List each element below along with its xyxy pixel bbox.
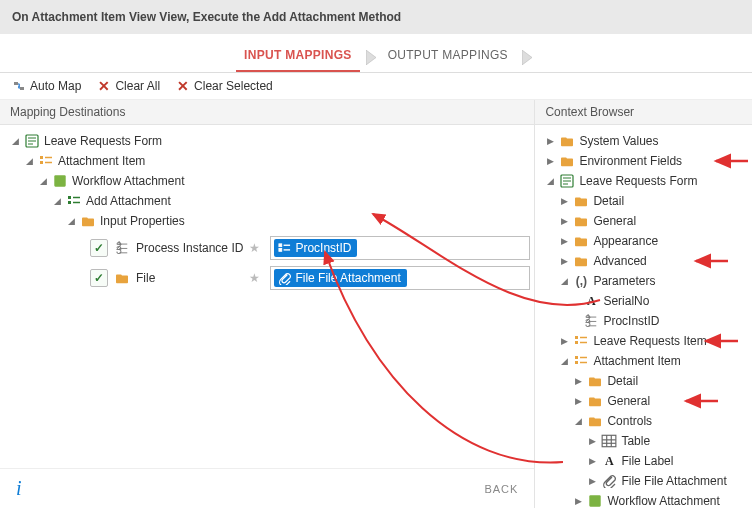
folder-icon (559, 153, 575, 169)
checkbox-file[interactable] (90, 269, 108, 287)
toolbar: Auto Map ✕Clear All ✕Clear Selected (0, 73, 752, 100)
view-icon (573, 333, 589, 349)
tree-node-controls[interactable]: ◢Controls (539, 411, 748, 431)
tree-node-attachment-item[interactable]: ◢Attachment Item (539, 351, 748, 371)
expand-icon[interactable]: ▶ (587, 456, 597, 466)
collapse-icon[interactable]: ◢ (38, 176, 48, 186)
smartobject-icon (52, 173, 68, 189)
automap-button[interactable]: Auto Map (12, 79, 81, 93)
folder-icon (114, 270, 130, 286)
x-icon: ✕ (176, 79, 190, 93)
tree-label: Attachment Item (593, 354, 680, 368)
number-icon (583, 313, 599, 329)
tree-node-workflow-attachment[interactable]: ◢Workflow Attachment (4, 171, 530, 191)
clear-all-button[interactable]: ✕Clear All (97, 79, 160, 93)
expand-icon[interactable]: ▶ (559, 216, 569, 226)
expand-icon[interactable]: ▶ (559, 256, 569, 266)
tree-node-file-label[interactable]: ▶AFile Label (539, 451, 748, 471)
clear-selected-button[interactable]: ✕Clear Selected (176, 79, 273, 93)
automap-icon (12, 79, 26, 93)
x-icon: ✕ (97, 79, 111, 93)
tree-node-environment-fields[interactable]: ▶Environment Fields (539, 151, 748, 171)
tree-node-appearance[interactable]: ▶Appearance (539, 231, 748, 251)
tree-node-detail[interactable]: ▶Detail (539, 191, 748, 211)
expand-icon[interactable]: ▶ (559, 196, 569, 206)
tree-label: Environment Fields (579, 154, 682, 168)
expand-icon[interactable]: ▶ (559, 236, 569, 246)
folder-icon (559, 133, 575, 149)
expand-icon[interactable]: ▶ (587, 476, 597, 486)
tree-label: Appearance (593, 234, 658, 248)
tree-label: General (593, 214, 636, 228)
tree-node-file-file-attachment[interactable]: ▶File File Attachment (539, 471, 748, 491)
input-process-instance-id[interactable]: ProcInstID (270, 236, 530, 260)
collapse-icon[interactable]: ◢ (559, 276, 569, 286)
tree-node-general-2[interactable]: ▶General (539, 391, 748, 411)
collapse-icon[interactable]: ◢ (66, 216, 76, 226)
tree-label: Table (621, 434, 650, 448)
expand-icon[interactable]: ▶ (573, 376, 583, 386)
tree-label: SerialNo (603, 294, 649, 308)
expand-icon[interactable]: ▶ (573, 496, 583, 506)
context-browser-tree: ▶System Values ▶Environment Fields ◢Leav… (535, 125, 752, 508)
expand-icon[interactable]: ▶ (587, 436, 597, 446)
folder-icon (587, 373, 603, 389)
tree-label: Advanced (593, 254, 646, 268)
footer: i BACK (0, 468, 534, 508)
expand-icon[interactable]: ▶ (545, 136, 555, 146)
tree-node-detail-2[interactable]: ▶Detail (539, 371, 748, 391)
dialog-title: On Attachment Item View View, Execute th… (0, 0, 752, 34)
clip-icon (278, 272, 291, 285)
expand-icon[interactable]: ▶ (545, 156, 555, 166)
folder-icon (573, 253, 589, 269)
collapse-icon[interactable]: ◢ (52, 196, 62, 206)
tree-node-parameters[interactable]: ◢(,)Parameters (539, 271, 748, 291)
clear-selected-label: Clear Selected (194, 79, 273, 93)
tree-node-workflow-attachment-2[interactable]: ▶Workflow Attachment (539, 491, 748, 508)
tree-node-form[interactable]: ◢Leave Requests Form (4, 131, 530, 151)
tree-label: ProcInstID (603, 314, 659, 328)
chip-procinstid[interactable]: ProcInstID (274, 239, 357, 257)
tree-node-general[interactable]: ▶General (539, 211, 748, 231)
tree-label: Attachment Item (58, 154, 145, 168)
collapse-icon[interactable]: ◢ (24, 156, 34, 166)
tree-node-input-properties[interactable]: ◢Input Properties (4, 211, 530, 231)
tree-node-serialno[interactable]: ASerialNo (539, 291, 748, 311)
tree-label: File Label (621, 454, 673, 468)
tab-output-mappings[interactable]: OUTPUT MAPPINGS (370, 42, 526, 68)
tree-node-leave-requests-item[interactable]: ▶Leave Requests Item (539, 331, 748, 351)
clear-all-label: Clear All (115, 79, 160, 93)
expand-icon[interactable]: ▶ (573, 396, 583, 406)
folder-icon (587, 393, 603, 409)
property-label: File (136, 271, 155, 285)
back-button[interactable]: BACK (484, 483, 518, 495)
collapse-icon[interactable]: ◢ (573, 416, 583, 426)
collapse-icon[interactable]: ◢ (10, 136, 20, 146)
collapse-icon[interactable]: ◢ (559, 356, 569, 366)
checkbox-process-instance-id[interactable] (90, 239, 108, 257)
tree-label: General (607, 394, 650, 408)
tab-input-mappings[interactable]: INPUT MAPPINGS (226, 42, 370, 68)
smartobject-icon (587, 493, 603, 508)
expand-icon[interactable]: ▶ (559, 336, 569, 346)
property-row-process-instance-id: Process Instance ID ★ ProcInstID (4, 235, 530, 261)
tree-node-advanced[interactable]: ▶Advanced (539, 251, 748, 271)
svg-rect-19 (54, 175, 65, 186)
tree-node-add-attachment[interactable]: ◢Add Attachment (4, 191, 530, 211)
method-icon (66, 193, 82, 209)
form-icon (24, 133, 40, 149)
tree-label: Parameters (593, 274, 655, 288)
collapse-icon[interactable]: ◢ (545, 176, 555, 186)
tree-node-view[interactable]: ◢Attachment Item (4, 151, 530, 171)
tree-label: Workflow Attachment (607, 494, 720, 508)
chevron-right-icon (522, 50, 532, 60)
view-icon (573, 353, 589, 369)
tree-node-system-values[interactable]: ▶System Values (539, 131, 748, 151)
input-file[interactable]: File File Attachment (270, 266, 530, 290)
tree-node-table[interactable]: ▶Table (539, 431, 748, 451)
required-star: ★ (249, 241, 260, 255)
tree-node-leave-requests-form[interactable]: ◢Leave Requests Form (539, 171, 748, 191)
info-icon[interactable]: i (16, 477, 22, 500)
chip-file-attachment[interactable]: File File Attachment (274, 269, 406, 287)
tree-node-procinstid[interactable]: ProcInstID (539, 311, 748, 331)
